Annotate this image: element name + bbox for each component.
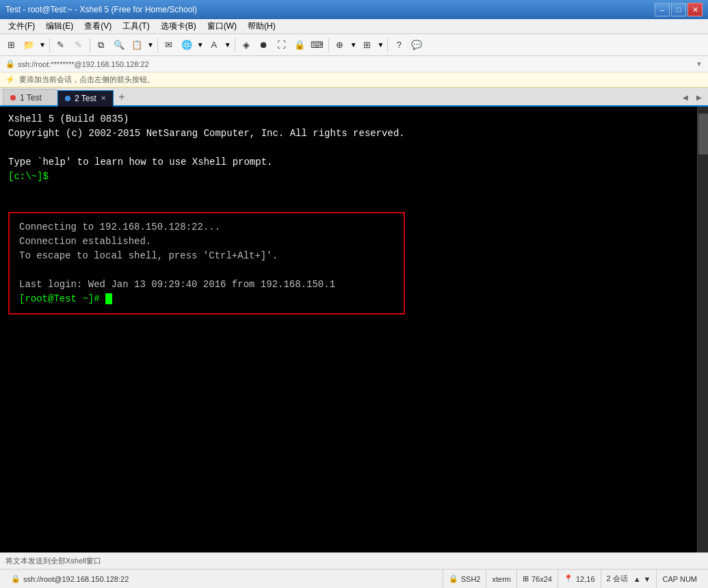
toolbar-dropdown-6[interactable]: ▼ <box>377 40 385 49</box>
tab-2[interactable]: 2 Test ✕ <box>57 90 114 107</box>
fullscreen-button[interactable]: ⛶ <box>274 37 290 53</box>
menu-file[interactable]: 文件(F) <box>3 19 40 34</box>
tab-1-label: 1 Test <box>20 93 42 103</box>
toolbar-dropdown-5[interactable]: ▼ <box>350 40 358 49</box>
new-session-button[interactable]: ⊞ <box>3 37 19 53</box>
menu-help[interactable]: 帮助(H) <box>242 19 281 34</box>
status-pos-icon: 📍 <box>564 574 573 583</box>
status-ssh: SSH2 <box>461 575 481 583</box>
edit2-button[interactable]: ✎ <box>70 37 87 53</box>
tab-next-button[interactable]: ▶ <box>693 89 705 105</box>
connection-box: Connecting to 192.168.150.128:22... Conn… <box>8 212 405 315</box>
status-sessions: 2 会话 <box>607 574 628 584</box>
status-term-section: xterm <box>486 570 517 588</box>
record-button[interactable]: ⏺ <box>256 37 272 53</box>
paste-button[interactable]: 📋 <box>129 37 145 53</box>
tab-2-dot <box>65 96 70 101</box>
send-all-text: 将文本发送到全部Xshell窗口 <box>5 556 101 566</box>
terminal-cursor <box>105 293 112 304</box>
terminal-container: Xshell 5 (Build 0835) Copyright (c) 2002… <box>0 107 708 552</box>
scrollbar-thumb[interactable] <box>698 113 708 155</box>
window-title: Test - root@Test:~ - Xshell 5 (Free for … <box>5 5 197 14</box>
conn-line-1: Connecting to 192.168.150.128:22... <box>19 220 394 235</box>
status-size-section: ⊞ 76x24 <box>517 570 558 588</box>
terminal-line-1: Xshell 5 (Build 0835) <box>8 112 689 126</box>
terminal-scrollbar[interactable] <box>697 107 708 552</box>
window-controls: – □ ✕ <box>655 3 703 16</box>
terminal-line-space <box>8 189 689 204</box>
lock-button[interactable]: 🔒 <box>291 37 308 53</box>
help-button[interactable]: ? <box>391 37 407 53</box>
tab-2-close[interactable]: ✕ <box>101 94 106 102</box>
separator-2 <box>90 38 90 52</box>
separator-3 <box>157 38 158 52</box>
conn-line-3: To escape to local shell, press 'Ctrl+Al… <box>19 249 394 263</box>
search-button[interactable]: 🔍 <box>111 37 127 53</box>
terminal-copyright: Copyright (c) 2002-2015 NetSarang Comput… <box>8 128 405 139</box>
menu-edit[interactable]: 编辑(E) <box>40 19 79 34</box>
conn-prompt-line: [root@Test ~]# <box>19 292 394 306</box>
status-bar: 🔒 ssh://root@192.168.150.128:22 🔒 SSH2 x… <box>0 569 708 588</box>
status-path: ssh://root@192.168.150.128:22 <box>23 575 129 583</box>
terminal-help-line: Type `help' to learn how to use Xshell p… <box>8 157 272 168</box>
status-sessions-section: 2 会话 ▲ ▼ <box>601 570 657 588</box>
tab-add-button[interactable]: + <box>114 89 130 105</box>
conn-line-blank <box>19 263 394 278</box>
toolbar-dropdown-3[interactable]: ▼ <box>196 40 205 49</box>
send-button[interactable]: ⊕ <box>332 37 348 53</box>
status-size: 76x24 <box>532 575 552 583</box>
menu-window[interactable]: 窗口(W) <box>202 19 242 34</box>
terminal-line-2: Copyright (c) 2002-2015 NetSarang Comput… <box>8 126 689 141</box>
terminal-line-4: Type `help' to learn how to use Xshell p… <box>8 155 689 170</box>
scroll-up-button[interactable]: ▲ <box>633 575 641 583</box>
scroll-down-button[interactable]: ▼ <box>644 575 651 583</box>
close-button[interactable]: ✕ <box>687 3 703 16</box>
toolbar: ⊞ 📁 ▼ ✎ ✎ ⧉ 🔍 📋 ▼ ✉ 🌐 ▼ A ▼ ◈ ⏺ ⛶ 🔒 ⌨ ⊕ … <box>0 34 708 56</box>
tab-1[interactable]: 1 Test <box>3 89 57 105</box>
keyboard-button[interactable]: ⌨ <box>309 37 326 53</box>
terminal-prompt-1: [c:\~]$ <box>8 171 49 182</box>
tab-prev-button[interactable]: ◀ <box>679 89 692 105</box>
address-text: ssh://root:********@192.168.150.128:22 <box>18 60 149 68</box>
info-icon: ⚡ <box>5 75 15 84</box>
status-caps: CAP NUM <box>662 575 697 583</box>
status-size-icon: ⊞ <box>523 574 529 583</box>
terminal-line-3 <box>8 141 689 155</box>
terminal-prompt-2: [root@Test ~]# <box>19 293 100 304</box>
font-button[interactable]: A <box>206 37 222 53</box>
terminal-title: Xshell 5 (Build 0835) <box>8 113 129 124</box>
address-dropdown-arrow[interactable]: ▼ <box>696 60 703 68</box>
status-position: 12,16 <box>576 575 595 583</box>
info-text: 要添加当前会话，点击左侧的箭头按钮。 <box>19 75 155 85</box>
menu-view[interactable]: 查看(V) <box>79 19 117 34</box>
menu-tabs[interactable]: 选项卡(B) <box>155 19 202 34</box>
toolbar-dropdown-2[interactable]: ▼ <box>146 40 155 49</box>
status-lock-icon-2: 🔒 <box>449 574 458 583</box>
chat-button[interactable]: 💬 <box>408 37 425 53</box>
status-term: xterm <box>492 575 511 583</box>
tab-1-dot <box>10 95 16 101</box>
copy-button[interactable]: ⧉ <box>93 37 109 53</box>
menu-tools[interactable]: 工具(T) <box>117 19 155 34</box>
separator-6 <box>387 38 388 52</box>
minimize-button[interactable]: – <box>655 3 670 16</box>
highlight-button[interactable]: ◈ <box>238 37 254 53</box>
tab-bar: 1 Test 2 Test ✕ + ◀ ▶ <box>0 88 708 107</box>
toolbar-dropdown-4[interactable]: ▼ <box>224 40 232 49</box>
globe-button[interactable]: 🌐 <box>179 37 195 53</box>
terminal-main[interactable]: Xshell 5 (Build 0835) Copyright (c) 2002… <box>0 107 697 552</box>
maximize-button[interactable]: □ <box>671 3 686 16</box>
edit-button[interactable]: ✎ <box>53 37 69 53</box>
title-bar: Test - root@Test:~ - Xshell 5 (Free for … <box>0 0 708 19</box>
status-path-section: 🔒 ssh://root@192.168.150.128:22 <box>5 570 443 588</box>
menu-bar: 文件(F) 编辑(E) 查看(V) 工具(T) 选项卡(B) 窗口(W) 帮助(… <box>0 19 708 34</box>
tab-nav-right: ◀ ▶ <box>679 89 705 105</box>
open-folder-button[interactable]: 📁 <box>21 37 37 53</box>
status-pos-section: 📍 12,16 <box>558 570 601 588</box>
compose-button[interactable]: ✉ <box>161 37 177 53</box>
status-caps-section: CAP NUM <box>657 570 703 588</box>
toolbar-dropdown-1[interactable]: ▼ <box>38 40 47 49</box>
separator-5 <box>328 38 329 52</box>
info-bar: ⚡ 要添加当前会话，点击左侧的箭头按钮。 <box>0 72 708 88</box>
grid-button[interactable]: ⊞ <box>359 37 376 53</box>
